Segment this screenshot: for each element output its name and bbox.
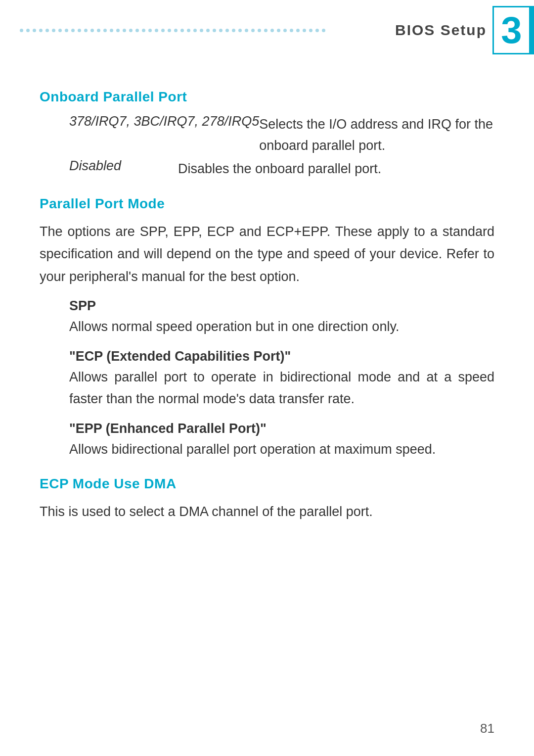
bios-setup-label: BIOS Setup (395, 22, 487, 39)
header-dot (58, 29, 62, 32)
page-container: BIOS Setup 3 Onboard Parallel Port 378/I… (0, 0, 534, 756)
header-dot (200, 29, 203, 32)
chapter-box: 3 (492, 6, 529, 54)
chapter-tab-bar (529, 6, 534, 54)
header-dot (135, 29, 139, 32)
page-number: 81 (480, 721, 494, 736)
heading-ecp-mode-dma: ECP Mode Use DMA (40, 476, 494, 492)
header-dot (129, 29, 133, 32)
def-table-onboard: 378/IRQ7, 3BC/IRQ7, 278/IRQ5 Selects the… (69, 114, 494, 180)
section-ecp-mode-use-dma: ECP Mode Use DMA This is used to select … (40, 476, 494, 523)
heading-ecp: "ECP (Extended Capabilities Port)" (69, 349, 494, 364)
header-dot (213, 29, 216, 32)
header-dot (161, 29, 165, 32)
header-dot (258, 29, 261, 32)
page-footer: 81 (480, 721, 494, 736)
header-dot (225, 29, 229, 32)
body-ecp: Allows parallel port to operate in bidir… (69, 366, 494, 410)
def-row-2: Disabled Disables the onboard parallel p… (69, 158, 494, 180)
header-dot (187, 29, 190, 32)
header-dot (251, 29, 255, 32)
header-dot (322, 29, 325, 32)
header-dot (309, 29, 312, 32)
header-dot (78, 29, 81, 32)
dots-section (0, 0, 395, 54)
header-dot (180, 29, 184, 32)
header-dot (84, 29, 88, 32)
header-dot (296, 29, 300, 32)
header-dot (20, 29, 23, 32)
section-onboard-parallel-port: Onboard Parallel Port 378/IRQ7, 3BC/IRQ7… (40, 89, 494, 180)
heading-epp: "EPP (Enhanced Parallel Port)" (69, 421, 494, 436)
header-dot (303, 29, 306, 32)
header-dot (155, 29, 158, 32)
header-dot (52, 29, 55, 32)
header-dot (315, 29, 319, 32)
section-parallel-port-mode: Parallel Port Mode The options are SPP, … (40, 196, 494, 461)
header-dot (71, 29, 75, 32)
header-dot (103, 29, 107, 32)
header-dot (193, 29, 197, 32)
heading-parallel-port-mode: Parallel Port Mode (40, 196, 494, 212)
subsection-ecp: "ECP (Extended Capabilities Port)" Allow… (69, 349, 494, 410)
header-dot (97, 29, 100, 32)
header-dot (270, 29, 274, 32)
header-dot (283, 29, 287, 32)
title-section: BIOS Setup 3 (395, 0, 534, 54)
chapter-number: 3 (501, 11, 522, 49)
header-dot (90, 29, 94, 32)
header-dot (116, 29, 120, 32)
parallel-port-mode-intro: The options are SPP, EPP, ECP and ECP+EP… (40, 221, 494, 289)
def-desc-1: Selects the I/O address and IRQ for the … (259, 114, 494, 156)
header-dot (26, 29, 30, 32)
def-desc-2: Disables the onboard parallel port. (178, 158, 494, 180)
header-dot (168, 29, 171, 32)
body-epp: Allows bidirectional parallel port opera… (69, 438, 494, 461)
header-dot (264, 29, 267, 32)
header-dot (65, 29, 68, 32)
body-ecp-dma: This is used to select a DMA channel of … (40, 501, 494, 523)
header-dot (148, 29, 152, 32)
body-spp: Allows normal speed operation but in one… (69, 316, 494, 338)
header-dot (245, 29, 248, 32)
def-row-1: 378/IRQ7, 3BC/IRQ7, 278/IRQ5 Selects the… (69, 114, 494, 156)
header-dot (174, 29, 178, 32)
header-dot (238, 29, 242, 32)
header-dot (142, 29, 145, 32)
header-dot (45, 29, 49, 32)
def-term-1: 378/IRQ7, 3BC/IRQ7, 278/IRQ5 (69, 114, 259, 129)
heading-onboard-parallel-port: Onboard Parallel Port (40, 89, 494, 105)
heading-spp: SPP (69, 298, 494, 314)
header-dot (33, 29, 36, 32)
header-dot (39, 29, 43, 32)
header-dot (232, 29, 235, 32)
content-area: Onboard Parallel Port 378/IRQ7, 3BC/IRQ7… (0, 69, 534, 563)
header-dot (110, 29, 113, 32)
header-dot (277, 29, 280, 32)
def-term-2: Disabled (69, 158, 178, 174)
subsection-spp: SPP Allows normal speed operation but in… (69, 298, 494, 338)
top-bar: BIOS Setup 3 (0, 0, 534, 54)
header-dot (206, 29, 210, 32)
subsection-epp: "EPP (Enhanced Parallel Port)" Allows bi… (69, 421, 494, 461)
header-dot (290, 29, 293, 32)
header-dot (219, 29, 222, 32)
header-dot (123, 29, 126, 32)
